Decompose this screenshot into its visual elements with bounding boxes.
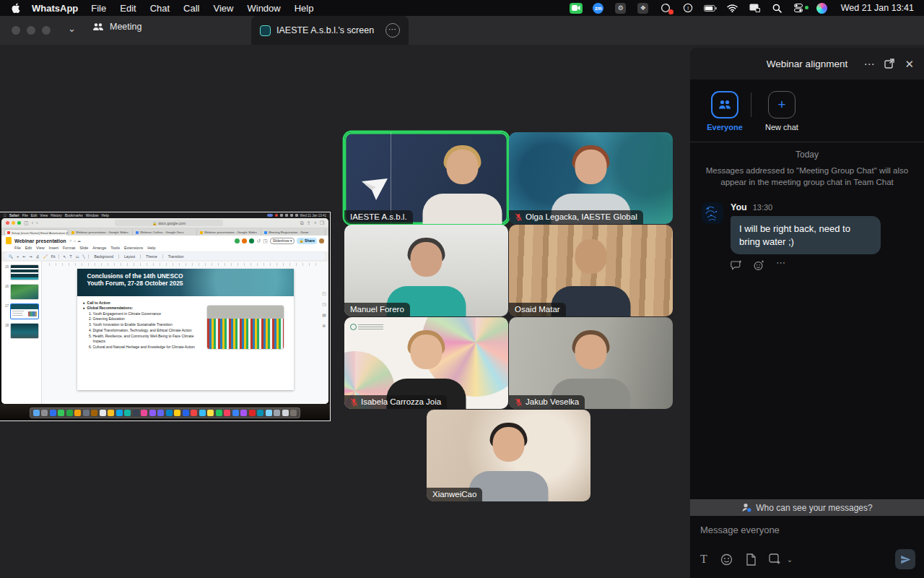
safari-address-bar[interactable]: 🔒docs.google.com (115, 220, 223, 226)
tab-screen-share[interactable]: IAESTE A.s.b.l.'s screen ⋯ (251, 16, 409, 45)
emoji-icon[interactable] (720, 553, 733, 566)
video-tile-jakub[interactable]: Jakub Veselka (509, 317, 673, 409)
dock-app-icon[interactable] (83, 410, 90, 416)
share-button[interactable]: 🔒 Share (297, 238, 317, 244)
attach-file-icon[interactable] (746, 553, 756, 566)
slide-thumbnail-selected[interactable] (10, 303, 39, 319)
dock-app-icon[interactable] (191, 410, 197, 416)
dock-app-icon[interactable] (157, 410, 164, 416)
video-tile-xianwei[interactable]: XianweiCao (427, 410, 590, 501)
video-tile-manuel[interactable]: Manuel Forero (344, 225, 508, 316)
menubar-item[interactable]: Window (247, 3, 280, 14)
spotlight-search-icon[interactable] (771, 3, 784, 14)
layout-button[interactable]: Layout (123, 254, 136, 259)
dock-app-icon[interactable] (116, 410, 123, 416)
slides-menu-item[interactable]: Tools (110, 246, 120, 250)
reply-icon[interactable] (731, 260, 742, 274)
siri-icon[interactable] (816, 3, 829, 14)
settings-gear-icon[interactable]: ⚙ (614, 3, 627, 14)
safari-tab[interactable]: Setup [insert Name] Email Automation [DA… (4, 229, 69, 236)
zoom-app-icon[interactable]: zm (592, 3, 605, 14)
menubar-item[interactable]: View (214, 3, 234, 14)
chat-tab-everyone[interactable]: Everyone (702, 91, 748, 131)
new-chat-button[interactable]: + New chat (759, 91, 805, 131)
dock-app-icon[interactable] (108, 410, 114, 416)
slides-menu-item[interactable]: Edit (25, 246, 32, 250)
slides-menu-item[interactable]: Arrange (92, 246, 106, 250)
slides-doc-title[interactable]: Webinar presentation (14, 238, 66, 243)
theme-button[interactable]: Theme (144, 254, 159, 259)
dock-app-icon[interactable] (91, 410, 97, 416)
safari-tab[interactable]: Meeting Registration - Zoom (262, 229, 326, 236)
dock-app-icon[interactable] (282, 410, 289, 416)
transition-button[interactable]: Transition (167, 254, 186, 259)
menubar-item[interactable]: Chat (150, 3, 170, 14)
dock-app-icon[interactable] (166, 410, 173, 416)
dock-app-icon[interactable] (249, 410, 256, 416)
dock-app-icon[interactable] (66, 410, 73, 416)
battery-icon[interactable] (704, 3, 717, 14)
slides-menu-item[interactable]: Help (147, 246, 155, 250)
current-slide[interactable]: Conclusions of the 14th UNESCO Youth For… (77, 269, 294, 390)
dock-app-icon[interactable] (174, 410, 180, 416)
facetime-camera-icon[interactable] (570, 3, 583, 14)
menubar-app-name[interactable]: WhatsApp (32, 3, 78, 14)
menubar-clock[interactable]: Wed 21 Jan 13:41 (841, 3, 914, 13)
slides-menu-item[interactable]: Extensions (124, 246, 143, 250)
send-message-button[interactable] (895, 549, 915, 569)
dock-app-icon[interactable] (266, 410, 272, 416)
tab-meeting[interactable]: Meeting (92, 22, 141, 32)
screen-recording-icon[interactable] (659, 3, 672, 14)
apple-menu-icon[interactable] (10, 3, 22, 13)
chevron-down-icon[interactable]: ⌄ (68, 23, 76, 34)
more-attach-chevron-icon[interactable]: ⌄ (787, 556, 793, 564)
dock-app-icon[interactable] (216, 410, 222, 416)
dock-app-icon[interactable] (33, 410, 40, 416)
menubar-item[interactable]: Call (183, 3, 199, 14)
video-tile-osaid[interactable]: Osaid Matar (509, 225, 673, 316)
safari-tab[interactable]: Webinar presentation - Google Slides (69, 229, 133, 236)
dock-app-icon[interactable] (207, 410, 214, 416)
slides-menu-item[interactable]: File (14, 246, 21, 250)
video-tile-iaeste[interactable]: IAESTE A.s.b.l. (344, 132, 508, 224)
wifi-icon[interactable] (726, 3, 739, 14)
menubar-item[interactable]: File (91, 3, 106, 14)
shortcuts-icon[interactable]: ❖ (637, 3, 650, 14)
video-tile-isabela[interactable]: Isabela Carrozza Joia (344, 317, 508, 409)
privacy-bar[interactable]: Who can see your messages? (690, 499, 924, 516)
dock-app-icon[interactable] (232, 410, 239, 416)
dock-app-icon[interactable] (257, 410, 263, 416)
user-avatar[interactable] (319, 238, 324, 243)
shared-screen-view[interactable]:  Safari FileEditViewHistoryBookmarksWin… (0, 212, 330, 420)
dock-app-icon[interactable] (240, 410, 247, 416)
display-mirroring-icon[interactable] (749, 3, 762, 14)
slides-menu-item[interactable]: View (36, 246, 45, 250)
background-button[interactable]: Background (92, 254, 115, 259)
zoom-select[interactable]: Fit (51, 254, 56, 259)
safari-tab[interactable]: Webinar presentation - Google Slides (198, 229, 261, 236)
slides-menu-item[interactable]: Format (63, 246, 75, 250)
more-options-icon[interactable]: ⋯ (863, 59, 874, 69)
version-history-icon[interactable]: ↺ (256, 238, 261, 243)
tab-more-options-icon[interactable]: ⋯ (385, 23, 400, 38)
dock-app-icon[interactable] (141, 410, 147, 416)
slide-filmstrip[interactable]: 15 16 17 (1, 262, 42, 404)
message-more-icon[interactable]: ⋯ (776, 260, 785, 274)
slides-menu-item[interactable]: Slide (79, 246, 88, 250)
dock-app-icon[interactable] (274, 410, 280, 416)
dock-app-icon[interactable] (133, 410, 139, 416)
pop-out-icon[interactable] (884, 59, 894, 69)
chat-input[interactable]: Message everyone (690, 516, 924, 549)
react-emoji-icon[interactable] (754, 260, 764, 274)
slide-thumbnail[interactable] (10, 284, 39, 300)
slideshow-button[interactable]: Slideshow ▾ (270, 238, 295, 244)
capture-screenshot-icon[interactable] (769, 553, 781, 565)
menubar-item[interactable]: Edit (120, 3, 136, 14)
dock-app-icon[interactable] (183, 410, 189, 416)
format-text-icon[interactable]: T (700, 553, 707, 566)
slides-menu-item[interactable]: Insert (49, 246, 58, 250)
notification-icon[interactable]: ! (681, 3, 694, 14)
traffic-light-buttons[interactable] (12, 26, 51, 35)
control-center-icon[interactable] (793, 3, 806, 14)
dock-app-icon[interactable] (149, 410, 156, 416)
